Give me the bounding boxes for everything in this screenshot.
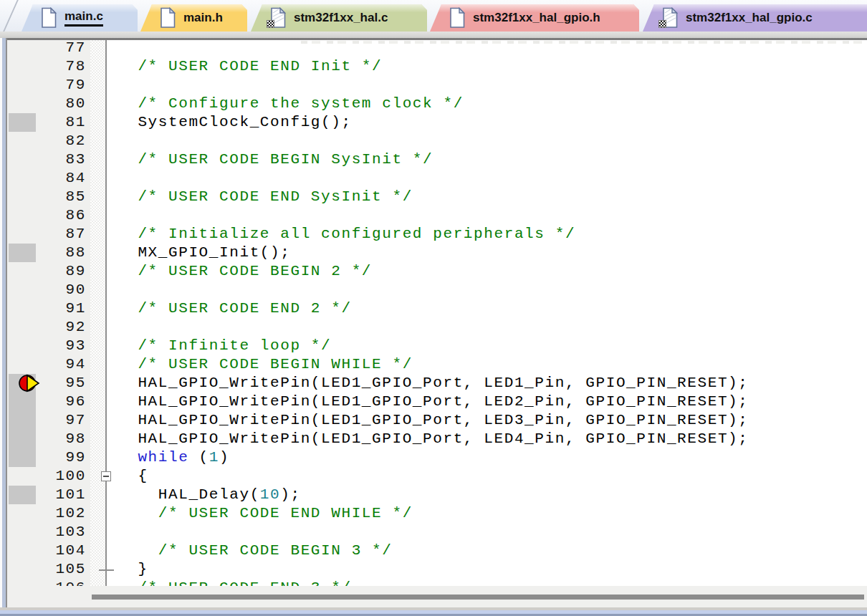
code-editor[interactable]: 7778 /* USER CODE END Init */7980 /* Con… <box>7 40 867 586</box>
breakpoint-icon[interactable] <box>19 373 40 393</box>
line-number: 100 <box>55 467 86 486</box>
comment-text: /* USER CODE END SysInit */ <box>118 188 413 205</box>
comment-text: /* USER CODE END 3 */ <box>118 579 352 586</box>
tab-stm32f1xx-hal-gpio-c[interactable]: stm32f1xx_hal_gpio.c <box>643 4 867 32</box>
tab-main-h[interactable]: main.h <box>140 4 247 32</box>
gutter-row[interactable]: 96 <box>7 393 90 411</box>
code-line[interactable]: } <box>107 560 867 579</box>
code-line[interactable]: /* USER CODE BEGIN 2 */ <box>107 262 867 281</box>
gutter-row[interactable]: 91 <box>7 299 90 318</box>
gutter-row[interactable]: 83 <box>7 150 90 169</box>
gutter-row[interactable]: 85 <box>7 188 90 206</box>
gutter-row[interactable]: 80 <box>7 95 90 113</box>
code-line[interactable]: /* USER CODE END SysInit */ <box>107 188 867 206</box>
fold-margin <box>90 40 105 586</box>
gutter-row[interactable]: 90 <box>7 281 90 299</box>
gutter-row[interactable]: 101 <box>7 486 90 504</box>
code-line[interactable] <box>107 281 867 299</box>
tab-bar-lower-strip <box>0 32 867 38</box>
code-line[interactable]: /* USER CODE END 3 */ <box>107 579 867 586</box>
gutter-row[interactable]: 105 <box>7 560 90 579</box>
tab-label: stm32f1xx_hal.c <box>294 11 388 25</box>
keyword-text: while <box>138 449 188 466</box>
code-line[interactable]: HAL_GPIO_WritePin(LED1_GPIO_Port, LED4_P… <box>107 430 867 448</box>
gutter-row[interactable]: 94 <box>7 355 90 374</box>
code-text: { <box>118 468 148 484</box>
code-line[interactable]: MX_GPIO_Init(); <box>107 244 867 262</box>
line-number: 78 <box>66 57 86 76</box>
comment-text: /* USER CODE END Init */ <box>118 58 382 74</box>
gutter-row[interactable]: 93 <box>7 337 90 355</box>
gutter-row[interactable]: 100 <box>7 467 90 486</box>
code-line[interactable]: /* USER CODE BEGIN SysInit */ <box>107 150 867 169</box>
code-text: HAL_GPIO_WritePin(LED1_GPIO_Port, LED4_P… <box>118 430 749 447</box>
gutter-row[interactable]: 77 <box>7 40 90 57</box>
gutter-row[interactable]: 104 <box>7 542 90 560</box>
gutter-row[interactable]: 82 <box>7 132 90 150</box>
code-line[interactable]: /* Infinite loop */ <box>107 337 867 355</box>
comment-text: /* USER CODE END WHILE */ <box>118 505 413 521</box>
compiled-badge-icon <box>267 20 274 28</box>
line-number: 98 <box>66 430 86 448</box>
code-line[interactable]: HAL_GPIO_WritePin(LED1_GPIO_Port, LED3_P… <box>107 411 867 430</box>
gutter-row[interactable]: 89 <box>7 262 90 281</box>
code-line[interactable] <box>107 76 867 95</box>
comment-text: /* Configure the system clock */ <box>118 95 464 112</box>
gutter-row[interactable]: 103 <box>7 523 90 542</box>
line-number: 105 <box>55 560 86 579</box>
fold-end-tick <box>99 569 114 571</box>
code-line[interactable]: /* Configure the system clock */ <box>107 95 867 113</box>
scrollbar-thumb[interactable] <box>92 595 864 600</box>
tab-stm32f1xx-hal-gpio-h[interactable]: stm32f1xx_hal_gpio.h <box>430 4 639 32</box>
gutter-row[interactable]: 78 <box>7 57 90 76</box>
code-line[interactable]: HAL_Delay(10); <box>107 486 867 504</box>
gutter-row[interactable]: 106 <box>7 579 90 586</box>
code-text <box>118 449 138 466</box>
code-text: HAL_GPIO_WritePin(LED1_GPIO_Port, LED1_P… <box>118 375 749 391</box>
gutter-row[interactable]: 87 <box>7 225 90 244</box>
code-line[interactable]: while (1) <box>107 448 867 467</box>
code-text: HAL_GPIO_WritePin(LED1_GPIO_Port, LED2_P… <box>118 393 749 410</box>
window-frame-left <box>0 38 7 607</box>
gutter-row[interactable]: 79 <box>7 76 90 95</box>
code-line[interactable]: /* USER CODE END 2 */ <box>107 299 867 318</box>
line-number: 102 <box>55 504 86 523</box>
line-number: 90 <box>66 281 86 299</box>
gutter-row[interactable]: 98 <box>7 430 90 448</box>
code-line[interactable] <box>107 523 867 542</box>
line-number: 94 <box>66 355 86 374</box>
gutter-row[interactable]: 84 <box>7 169 90 188</box>
code-line[interactable] <box>107 318 867 337</box>
tab-label: stm32f1xx_hal_gpio.h <box>473 11 600 25</box>
gutter-row[interactable]: 97 <box>7 411 90 430</box>
code-line[interactable] <box>107 40 867 57</box>
code-line[interactable]: HAL_GPIO_WritePin(LED1_GPIO_Port, LED1_P… <box>107 374 867 393</box>
code-line[interactable] <box>107 169 867 188</box>
line-number: 85 <box>66 188 86 206</box>
fold-collapse-button[interactable] <box>101 471 111 481</box>
line-number: 104 <box>55 542 86 560</box>
code-line[interactable]: HAL_GPIO_WritePin(LED1_GPIO_Port, LED2_P… <box>107 393 867 411</box>
tab-main-c[interactable]: main.c <box>21 4 138 32</box>
tab-label: main.h <box>183 11 223 25</box>
tab-stm32f1xx-hal-c[interactable]: stm32f1xx_hal.c <box>251 4 427 32</box>
tab-label: stm32f1xx_hal_gpio.c <box>686 11 813 25</box>
document-icon <box>449 7 466 29</box>
gutter-row[interactable]: 86 <box>7 206 90 225</box>
gutter-row[interactable]: 81 <box>7 113 90 132</box>
gutter-row[interactable]: 99 <box>7 448 90 467</box>
code-line[interactable]: SystemClock_Config(); <box>107 113 867 132</box>
code-line[interactable] <box>107 132 867 150</box>
code-line[interactable]: { <box>107 467 867 486</box>
line-number: 87 <box>66 225 86 244</box>
code-line[interactable]: /* Initialize all configured peripherals… <box>107 225 867 244</box>
code-line[interactable]: /* USER CODE END WHILE */ <box>107 504 867 523</box>
gutter-row[interactable]: 88 <box>7 244 90 262</box>
gutter-row[interactable]: 102 <box>7 504 90 523</box>
code-line[interactable]: /* USER CODE BEGIN 3 */ <box>107 542 867 560</box>
code-line[interactable]: /* USER CODE BEGIN WHILE */ <box>107 355 867 374</box>
code-line[interactable] <box>107 206 867 225</box>
code-line[interactable]: /* USER CODE END Init */ <box>107 57 867 76</box>
horizontal-scrollbar[interactable] <box>7 586 867 607</box>
gutter-row[interactable]: 92 <box>7 318 90 337</box>
